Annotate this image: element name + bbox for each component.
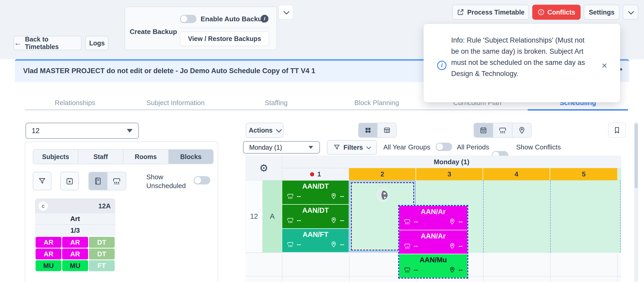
show-conflicts-label: Show Conflicts	[516, 143, 561, 151]
classroom-view-button[interactable]	[107, 172, 126, 190]
classroom-icon	[113, 177, 121, 185]
actions-button[interactable]: Actions	[246, 123, 284, 138]
all-year-groups-label: All Year Groups	[383, 143, 430, 151]
calendar-filter-button[interactable]	[60, 172, 79, 190]
tab-staffing[interactable]: Staffing	[226, 96, 326, 109]
resource-tab-subjects[interactable]: Subjects	[33, 150, 78, 164]
conflict-dot-icon	[310, 172, 314, 176]
grid-layout-button[interactable]	[359, 123, 377, 137]
vertical-scrollbar[interactable]	[634, 122, 638, 282]
lesson-card-aan-dt[interactable]: AAN/DT -- --	[282, 181, 349, 204]
day-select[interactable]: Monday (1)	[243, 141, 320, 154]
resource-tab-label: Subjects	[42, 153, 69, 161]
gear-icon[interactable]: ⚙	[259, 162, 268, 174]
table-layout-button[interactable]	[377, 123, 396, 137]
classroom-view-button[interactable]	[493, 123, 512, 137]
year-group-select[interactable]: 12	[25, 123, 139, 139]
mini-cell-ft: FT	[89, 260, 115, 271]
location-view-button[interactable]	[512, 123, 531, 137]
block-fraction: 1/3	[35, 225, 115, 236]
alert-circle-icon	[538, 9, 544, 16]
resource-tab-rooms[interactable]: Rooms	[123, 150, 168, 164]
period-header-2[interactable]: 2	[349, 168, 416, 180]
calendar-icon	[480, 127, 487, 134]
lesson-card-aan-ft[interactable]: AAN/FT -- --	[282, 229, 349, 252]
bookmark-button[interactable]	[608, 123, 626, 138]
ghost-card-aan-mu[interactable]: AAN/Mu -- --	[399, 254, 467, 278]
card-view-toggle	[88, 172, 126, 190]
ghost-card-aan-ar[interactable]: AAN/Ar -- --	[399, 230, 467, 254]
room-placeholder: --	[458, 242, 463, 250]
mini-cell-ar: AR	[62, 249, 88, 259]
mini-cell-ar: AR	[62, 237, 88, 248]
staff-placeholder: --	[297, 217, 301, 224]
tab-block-planning[interactable]: Block Planning	[326, 96, 427, 109]
ghost-card-aan-ar[interactable]: AAN/Ar -- --	[399, 206, 467, 230]
resource-tab-blocks[interactable]: Blocks	[168, 150, 213, 164]
close-icon[interactable]: ✕	[601, 61, 607, 70]
lesson-title: AAN/FT	[282, 229, 349, 239]
period-number: 5	[582, 170, 586, 178]
book-view-button[interactable]	[89, 172, 107, 190]
location-pin-icon	[449, 243, 455, 249]
all-year-groups-toggle[interactable]	[436, 143, 452, 151]
location-pin-icon	[331, 217, 337, 223]
column-divider	[620, 180, 621, 252]
mini-cell-dt: DT	[89, 249, 115, 259]
lesson-title: AAN/Ar	[399, 206, 467, 216]
day-select-value: Monday (1)	[249, 144, 282, 151]
classroom-icon	[287, 241, 294, 248]
view-mode-toggle	[474, 123, 532, 138]
tab-label: Block Planning	[354, 99, 399, 107]
staff-placeholder: --	[414, 218, 418, 225]
filter-button[interactable]	[33, 172, 51, 190]
resource-tab-staff[interactable]: Staff	[78, 150, 123, 164]
grid-settings-cell: ⚙	[246, 156, 282, 180]
calendar-star-icon	[66, 177, 74, 185]
mini-cell-ar: AR	[36, 237, 61, 248]
block-card-12a[interactable]: c 12A Art 1/3 AR AR DT AR AR DT MU MU FT	[35, 198, 115, 272]
lesson-title: AAN/Ar	[399, 230, 467, 240]
classroom-icon	[287, 193, 294, 200]
back-to-timetables-button[interactable]: ← Back to Timetables	[14, 36, 82, 50]
mini-cell-dt: DT	[89, 237, 115, 248]
logs-button[interactable]: Logs	[85, 36, 109, 50]
funnel-icon	[38, 177, 46, 185]
funnel-icon	[333, 144, 340, 151]
backup-panel-collapse-button[interactable]	[278, 5, 293, 20]
location-pin-icon	[449, 218, 455, 225]
process-timetable-label: Process Timetable	[467, 9, 524, 16]
conflicts-button[interactable]: Conflicts	[532, 5, 581, 20]
location-pin-icon	[518, 127, 525, 134]
page-title: Vlad MASTER PROJECT do not edit or delet…	[23, 67, 315, 75]
settings-button[interactable]: Settings	[584, 5, 620, 20]
mini-cell-ar: AR	[36, 249, 61, 259]
process-timetable-button[interactable]: Process Timetable	[452, 5, 529, 20]
info-icon[interactable]: i	[261, 15, 268, 23]
view-restore-backups-button[interactable]: View / Restore Backups	[180, 31, 269, 46]
grid-icon	[364, 127, 372, 134]
period-header-3[interactable]: 3	[416, 168, 483, 180]
tab-relationships[interactable]: Relationships	[25, 96, 125, 109]
filters-button[interactable]: Filters	[327, 140, 377, 155]
tab-label: Staffing	[265, 99, 288, 107]
more-actions-chevron-button[interactable]	[623, 5, 638, 20]
year-row-label: 12	[246, 180, 262, 252]
block-type-badge: c	[38, 201, 48, 211]
lesson-card-aan-dt[interactable]: AAN/DT -- --	[282, 205, 349, 228]
tab-subject-information[interactable]: Subject Information	[125, 96, 226, 109]
resource-tab-label: Rooms	[135, 153, 157, 161]
auto-backup-toggle[interactable]	[180, 15, 196, 23]
header-edge-sliver	[617, 168, 621, 180]
scrollbar-thumb[interactable]	[635, 123, 638, 188]
tab-label: Relationships	[55, 99, 95, 107]
mini-cell-mu: MU	[62, 260, 88, 271]
calendar-view-button[interactable]	[474, 123, 493, 137]
period-header-4[interactable]: 4	[483, 168, 550, 180]
period-header-1[interactable]: 1	[282, 168, 349, 180]
dragged-lesson-stack[interactable]: AAN/Ar -- -- AAN/Ar -- -- AAN/Mu -- --	[398, 205, 468, 279]
show-unscheduled-toggle[interactable]	[194, 176, 210, 184]
period-header-5[interactable]: 5	[550, 168, 617, 180]
room-placeholder: --	[458, 266, 463, 273]
classroom-icon	[287, 217, 294, 224]
